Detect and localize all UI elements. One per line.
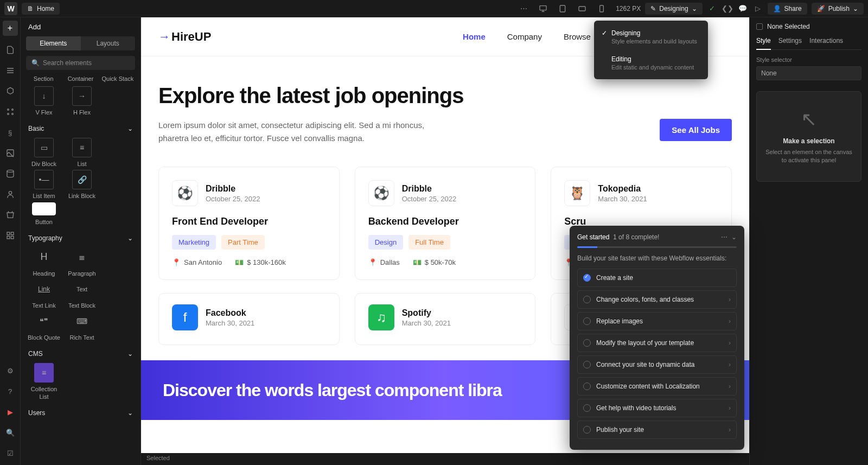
elem-button[interactable]: Button [26, 202, 62, 226]
elem-vflex[interactable]: ↓V Flex [26, 86, 62, 116]
comment-icon[interactable]: 💬 [737, 3, 748, 14]
navigator-icon[interactable] [4, 64, 17, 77]
assets-icon[interactable] [4, 146, 17, 160]
tab-layouts[interactable]: Layouts [81, 36, 136, 50]
mode-toggle[interactable]: ✎ Designing ⌄ [645, 3, 702, 15]
checklist-item[interactable]: Connect your site to dynamic data› [577, 355, 737, 374]
mode-designing-option[interactable]: ✓Designing Style elements and build layo… [594, 26, 708, 48]
mode-editing-option[interactable]: Editing Edit static and dynamic content [594, 52, 708, 74]
check-icon[interactable]: ✓ [707, 3, 718, 14]
section-basic[interactable]: Basic⌄ [21, 119, 141, 138]
elem-list[interactable]: ≡List [64, 138, 100, 168]
job-card[interactable]: fFacebookMarch 30, 2021 [158, 293, 340, 345]
tablet-landscape-icon[interactable] [577, 3, 588, 14]
styles-icon[interactable]: § [4, 126, 17, 139]
checklist-item[interactable]: Publish your site› [577, 421, 737, 439]
tablet-icon[interactable] [557, 3, 568, 14]
search-input[interactable]: 🔍 Search elements [26, 56, 135, 70]
section-users[interactable]: Users⌄ [21, 404, 141, 422]
elem-divblock[interactable]: ▭Div Block [26, 138, 62, 168]
elem-collection-list[interactable]: ≡Collection List [26, 363, 62, 400]
chevron-down-icon[interactable]: ⌄ [731, 233, 737, 241]
checklist-item[interactable]: Get help with video tutorials› [577, 399, 737, 417]
nav-browse[interactable]: Browse [564, 32, 591, 41]
checklist-item[interactable]: Create a site [577, 269, 737, 287]
elem-paragraph[interactable]: ≣Paragraph [64, 247, 100, 277]
cms-icon[interactable] [4, 167, 17, 180]
rocket-icon: 🚀 [817, 5, 825, 12]
pages-icon[interactable] [4, 43, 17, 56]
variables-icon[interactable] [4, 105, 17, 118]
tab-interactions[interactable]: Interactions [809, 37, 843, 49]
breadcrumb-label: Home [37, 5, 54, 12]
add-icon[interactable]: + [3, 21, 18, 36]
breadcrumb[interactable]: 🗎 Home [22, 3, 60, 15]
style-selector-label: Style selector [756, 56, 861, 63]
tokopedia-icon: 🦉 [564, 180, 590, 206]
site-logo[interactable]: →HireUP [158, 30, 211, 44]
webflow-logo-icon[interactable]: W [4, 2, 17, 15]
elem-textblock[interactable]: TextText Block [64, 279, 100, 309]
checkbox[interactable] [756, 23, 763, 30]
job-card[interactable]: ⚽DribbleOctober 25, 2022 Backend Develop… [355, 167, 536, 280]
tab-elements[interactable]: Elements [26, 36, 81, 50]
tab-settings[interactable]: Settings [778, 37, 802, 49]
apps-icon[interactable] [4, 229, 17, 242]
publish-button[interactable]: 🚀 Publish ⌄ [812, 3, 864, 15]
elem-blockquote[interactable]: ❝❞Block Quote [26, 311, 62, 341]
audit-icon[interactable]: ☑ [4, 447, 17, 460]
components-icon[interactable] [4, 85, 17, 98]
elem-listitem[interactable]: •—List Item [26, 170, 62, 200]
mobile-icon[interactable] [596, 3, 607, 14]
check-circle-icon [583, 317, 591, 325]
check-circle-icon [583, 274, 591, 282]
video-icon[interactable]: ▶ [4, 405, 17, 418]
elem-richtext[interactable]: ⌨Rich Text [64, 311, 100, 341]
share-button[interactable]: 👤 Share [768, 3, 807, 15]
elem-hflex[interactable]: →H Flex [64, 86, 100, 116]
see-all-button[interactable]: See All Jobs [660, 119, 732, 141]
nav-company[interactable]: Company [507, 32, 542, 41]
help-icon[interactable]: ? [4, 385, 17, 398]
svg-point-7 [11, 113, 13, 115]
checklist-item[interactable]: Replace images› [577, 312, 737, 330]
elem-textlink[interactable]: LinkText Link [26, 279, 62, 309]
location-icon: 📍 [172, 258, 181, 266]
more-icon[interactable]: ⋯ [721, 233, 727, 241]
chevron-right-icon: › [729, 317, 731, 325]
elem-heading[interactable]: HHeading [26, 247, 62, 277]
section-cms[interactable]: CMS⌄ [21, 345, 141, 363]
checklist-item[interactable]: Change colors, fonts, and classes› [577, 290, 737, 309]
nav-home[interactable]: Home [463, 32, 486, 41]
check-circle-icon [583, 404, 591, 412]
svg-rect-14 [11, 236, 14, 239]
chevron-right-icon: › [729, 361, 731, 368]
ecommerce-icon[interactable] [4, 208, 17, 221]
chevron-down-icon: ⌄ [127, 234, 133, 242]
style-selector-input[interactable]: None [756, 66, 861, 80]
svg-rect-13 [7, 236, 10, 239]
elem-linkblock[interactable]: 🔗Link Block [64, 170, 100, 200]
check-circle-icon [583, 296, 591, 303]
location-icon: 📍 [368, 258, 377, 266]
users-icon[interactable] [4, 188, 17, 201]
tab-style[interactable]: Style [756, 37, 771, 50]
add-panel: Add Elements Layouts 🔍 Search elements S… [21, 17, 141, 465]
settings-icon[interactable]: ⚙ [4, 364, 17, 377]
more-icon[interactable]: ⋯ [518, 3, 529, 14]
desktop-icon[interactable] [538, 3, 548, 14]
job-card[interactable]: ♫SpotifyMarch 30, 2021 [355, 293, 536, 345]
search-icon[interactable]: 🔍 [4, 426, 17, 439]
checklist-item[interactable]: Modify the layout of your template› [577, 334, 737, 352]
play-icon[interactable]: ▷ [752, 3, 763, 14]
page-icon: 🗎 [27, 5, 34, 12]
check-icon: ✓ [602, 29, 607, 37]
progress-bar [577, 246, 737, 248]
banner-text: Discover the words largest component lib… [163, 380, 502, 400]
svg-point-4 [7, 109, 9, 111]
section-typography[interactable]: Typography⌄ [21, 229, 141, 247]
job-card[interactable]: ⚽DribbleOctober 25, 2022 Front End Devel… [158, 167, 340, 280]
checklist-item[interactable]: Customize content with Localization› [577, 377, 737, 396]
code-icon[interactable]: ❮❯ [722, 3, 733, 14]
add-tabs: Elements Layouts [26, 36, 135, 50]
